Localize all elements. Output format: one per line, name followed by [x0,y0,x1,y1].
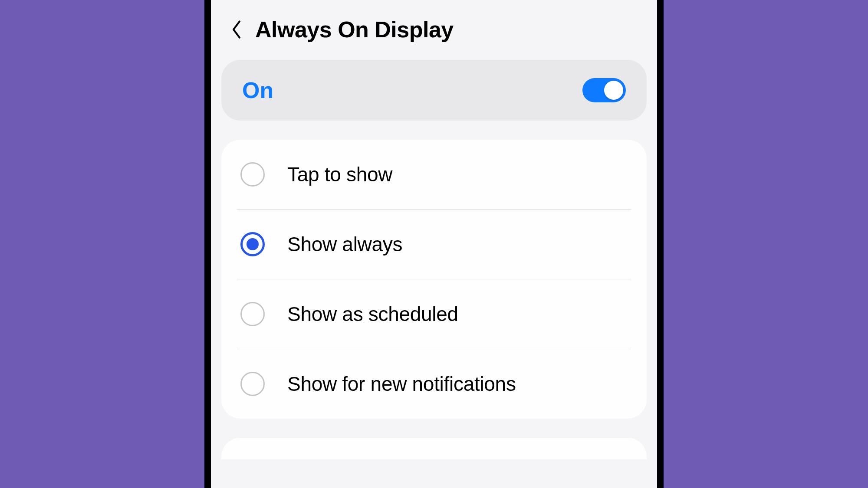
option-label: Tap to show [287,163,392,186]
radio-icon [240,232,265,256]
back-icon[interactable] [230,19,243,40]
option-label: Show as scheduled [287,302,458,326]
option-label: Show always [287,233,402,256]
switch-thumb [604,81,623,100]
option-show-notifications[interactable]: Show for new notifications [237,349,631,419]
option-label: Show for new notifications [287,372,516,396]
toggle-label: On [242,77,273,103]
option-tap-to-show[interactable]: Tap to show [237,140,631,210]
page-title: Always On Display [255,16,454,43]
option-show-always[interactable]: Show always [237,210,631,279]
master-switch[interactable] [582,78,626,102]
master-toggle-card[interactable]: On [221,60,647,121]
phone-frame: Always On Display On Tap to show Show al… [204,0,664,488]
radio-icon [240,372,265,396]
display-mode-options: Tap to show Show always Show as schedule… [221,140,647,419]
header: Always On Display [221,0,647,60]
radio-icon [240,302,265,326]
option-show-scheduled[interactable]: Show as scheduled [237,279,631,349]
settings-screen: Always On Display On Tap to show Show al… [211,0,657,488]
next-section-card [221,438,647,459]
radio-icon [240,162,265,187]
